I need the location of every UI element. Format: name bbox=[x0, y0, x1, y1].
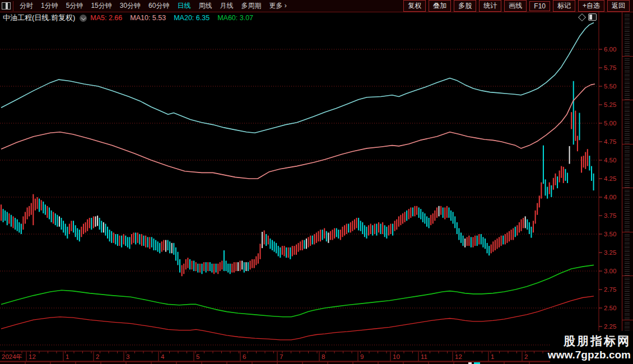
period-tab[interactable]: 更多 › bbox=[265, 0, 290, 12]
period-tab[interactable]: 分时 bbox=[16, 0, 37, 12]
period-tab[interactable]: 60分钟 bbox=[145, 0, 173, 12]
watermark: 股朋指标网 www.7gpzb.com bbox=[550, 331, 633, 364]
toolbar-button[interactable]: 多股 bbox=[454, 0, 476, 12]
ma-line-ma10 bbox=[1, 84, 595, 179]
period-tab[interactable]: 日线 bbox=[173, 0, 194, 12]
toolbar-button[interactable]: 返回 bbox=[607, 0, 630, 12]
svg-text:1: 1 bbox=[491, 353, 494, 360]
watermark-site-name: 股朋指标网 bbox=[564, 334, 631, 348]
right-sidebar-segment[interactable] bbox=[622, 276, 633, 320]
kline-chart-canvas[interactable]: 6.005.755.505.255.004.754.504.254.003.75… bbox=[0, 0, 633, 364]
svg-text:3: 3 bbox=[126, 353, 129, 360]
svg-text:5.25: 5.25 bbox=[604, 101, 616, 108]
right-sidebar-segment[interactable] bbox=[622, 100, 633, 144]
window-split-icon[interactable] bbox=[2, 2, 11, 10]
title-row: 中油工程(日线.前复权) MA5: 2.66MA10: 5.53MA20: 6.… bbox=[3, 13, 253, 22]
ma-legend-item: MA60: 3.07 bbox=[217, 14, 253, 22]
toolbar-button[interactable]: 复权 bbox=[403, 0, 426, 12]
svg-text:2.75: 2.75 bbox=[604, 286, 616, 293]
right-sidebar[interactable] bbox=[622, 12, 633, 364]
ma-line-ma5 bbox=[1, 296, 594, 340]
svg-text:4: 4 bbox=[161, 353, 165, 360]
svg-text:5.75: 5.75 bbox=[604, 64, 616, 71]
period-tab[interactable]: 1分钟 bbox=[37, 0, 62, 12]
right-sidebar-segment[interactable] bbox=[622, 188, 633, 232]
svg-text:5: 5 bbox=[196, 353, 199, 360]
svg-text:8: 8 bbox=[322, 353, 325, 360]
right-sidebar-segment[interactable] bbox=[622, 12, 633, 57]
diamond-icon[interactable] bbox=[578, 13, 586, 21]
chevron-down-icon[interactable] bbox=[80, 15, 87, 22]
svg-text:6.00: 6.00 bbox=[604, 46, 616, 53]
period-tab[interactable]: 5分钟 bbox=[62, 0, 87, 12]
toolbar-button[interactable]: 画线 bbox=[504, 0, 527, 12]
svg-text:2024年: 2024年 bbox=[2, 353, 22, 360]
svg-text:2.25: 2.25 bbox=[604, 323, 616, 330]
price-axis: 6.005.755.505.255.004.754.504.254.003.75… bbox=[599, 12, 616, 364]
svg-text:12: 12 bbox=[455, 353, 462, 360]
ma-legend-item: MA20: 6.35 bbox=[174, 14, 210, 22]
svg-text:3.00: 3.00 bbox=[604, 268, 616, 274]
svg-text:3.50: 3.50 bbox=[604, 231, 616, 237]
svg-text:3.75: 3.75 bbox=[604, 212, 616, 219]
svg-text:6: 6 bbox=[243, 353, 246, 360]
right-sidebar-segment[interactable] bbox=[622, 57, 633, 101]
toolbar-button[interactable]: 统计 bbox=[479, 0, 501, 12]
svg-text:5.00: 5.00 bbox=[604, 120, 616, 127]
svg-text:9: 9 bbox=[360, 353, 364, 360]
svg-text:10: 10 bbox=[393, 353, 400, 360]
ma-legend-item: MA10: 5.53 bbox=[130, 14, 166, 22]
toolbar-actions: 复权叠加多股统计画线F10标记+自选返回 bbox=[403, 0, 633, 12]
symbol-title: 中油工程(日线.前复权) bbox=[3, 13, 75, 23]
right-sidebar-segment[interactable] bbox=[622, 144, 633, 189]
svg-text:2.50: 2.50 bbox=[604, 305, 616, 311]
period-tab[interactable]: 15分钟 bbox=[87, 0, 115, 12]
svg-text:5.50: 5.50 bbox=[604, 83, 616, 90]
toolbar-button[interactable]: 叠加 bbox=[429, 0, 451, 12]
toolbar-button[interactable]: 标记 bbox=[553, 0, 575, 12]
time-axis: 12123456789101112122024年 bbox=[0, 351, 622, 361]
svg-text:4.50: 4.50 bbox=[604, 157, 616, 164]
svg-text:4.75: 4.75 bbox=[604, 138, 616, 145]
toolbar-button[interactable]: +自选 bbox=[578, 0, 604, 12]
right-sidebar-segment[interactable] bbox=[622, 232, 633, 277]
svg-text:4.25: 4.25 bbox=[604, 175, 616, 182]
svg-text:4.00: 4.00 bbox=[604, 194, 616, 200]
svg-text:11: 11 bbox=[421, 353, 427, 360]
ma-legend-item: MA5: 2.66 bbox=[90, 14, 122, 22]
svg-text:12: 12 bbox=[29, 353, 36, 360]
top-toolbar: 分时1分钟5分钟15分钟30分钟60分钟日线周线月线多周期更多 › 复权叠加多股… bbox=[0, 0, 633, 12]
watermark-site-url: www.7gpzb.com bbox=[548, 348, 631, 362]
period-tab[interactable]: 多周期 bbox=[237, 0, 265, 12]
period-tabs: 分时1分钟5分钟15分钟30分钟60分钟日线周线月线多周期更多 › bbox=[16, 0, 291, 12]
split-pane-icon[interactable] bbox=[588, 13, 597, 21]
svg-text:7: 7 bbox=[280, 353, 283, 360]
period-tab[interactable]: 30分钟 bbox=[116, 0, 145, 12]
chart-corner-icons bbox=[579, 13, 597, 21]
bottom-partial-strip bbox=[0, 362, 622, 364]
ma-legend: MA5: 2.66MA10: 5.53MA20: 6.35MA60: 3.07 bbox=[90, 14, 253, 22]
svg-text:3.25: 3.25 bbox=[604, 249, 616, 256]
toolbar-button[interactable]: F10 bbox=[529, 1, 550, 11]
period-tab[interactable]: 月线 bbox=[216, 0, 237, 12]
svg-text:1: 1 bbox=[66, 353, 69, 360]
candles-layer bbox=[1, 81, 594, 276]
ma-line-ma20 bbox=[1, 23, 594, 133]
period-tab[interactable]: 周线 bbox=[194, 0, 216, 12]
svg-text:2: 2 bbox=[96, 353, 99, 360]
toolbar-separator bbox=[13, 1, 13, 11]
ma-line-ma60 bbox=[1, 265, 594, 316]
svg-text:2: 2 bbox=[524, 353, 528, 360]
